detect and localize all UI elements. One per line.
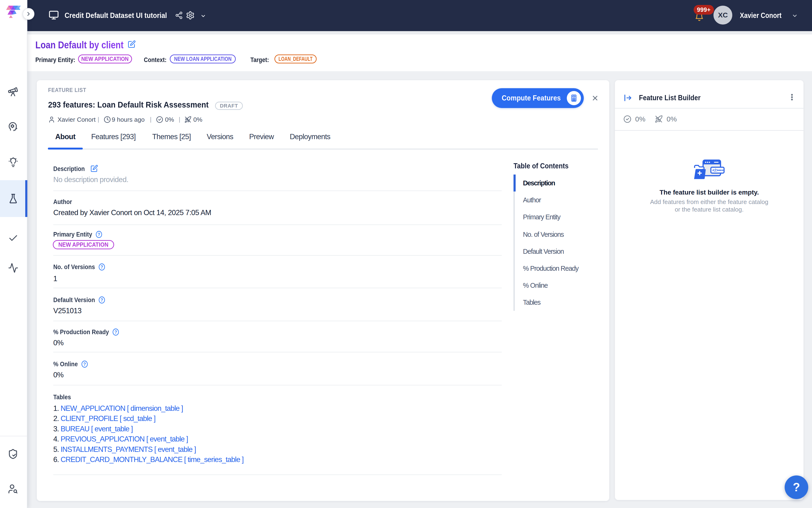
svg-text:</>: </> xyxy=(712,168,718,173)
